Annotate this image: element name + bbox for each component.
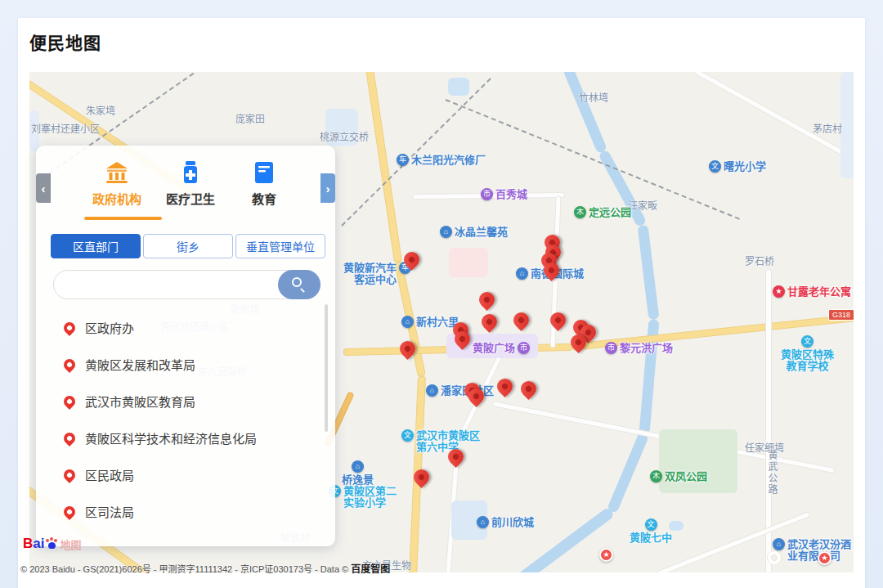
map-pin[interactable] (478, 311, 500, 333)
poi-text: 黄陂区特殊教育学校 (781, 349, 834, 372)
department-list-item[interactable]: 区民政局 (36, 456, 335, 493)
department-list-item[interactable]: 区政府办 (36, 309, 335, 346)
department-list-item[interactable]: 黄陂区发展和改革局 (36, 346, 335, 383)
poi-text: 黄陂区第二实验小学 (343, 486, 397, 509)
subtab-row: 区直部门 街乡 垂直管理单位 (51, 234, 325, 258)
map-pin[interactable] (476, 289, 498, 311)
baidu-maps-logo: B ai 地图 (23, 536, 81, 552)
map-poi-label[interactable]: 木定远公园 (574, 206, 631, 218)
poi-icon: 文 (645, 518, 657, 531)
poi-text: 百秀城 (495, 189, 527, 200)
map-poi-label[interactable]: 文黄陂区第二实验小学 (329, 485, 397, 509)
map-poi-label[interactable]: 文武汉市黄陂区第六中学 (401, 429, 480, 453)
map-place-label: 刘寨村还建小区 (31, 121, 100, 135)
map-area-zone (448, 78, 469, 96)
map-poi-label[interactable]: 木双凤公园 (650, 470, 707, 483)
category-tabs: 政府机构 医疗卫生 (83, 160, 298, 207)
category-next-button[interactable]: › (320, 173, 335, 203)
map-area-zone (840, 72, 854, 178)
search-bar (53, 270, 320, 299)
map-pin[interactable] (494, 375, 516, 397)
tab-education-label: 教育 (231, 190, 298, 207)
tab-medical[interactable]: 医疗卫生 (157, 160, 224, 207)
map-poi-label[interactable]: 市百秀城 (481, 188, 527, 200)
map-poi-label[interactable]: ⌂武汉老汉汾酒业有限公司 (773, 538, 851, 562)
poi-text: 黄陂新汽车客运中心 (343, 263, 397, 285)
poi-text: 黄陂七中 (630, 532, 672, 544)
map-road-minor (694, 72, 854, 161)
chevron-right-icon: › (326, 182, 330, 195)
tab-government[interactable]: 政府机构 (83, 160, 150, 207)
map-river (607, 431, 649, 513)
map-poi-label[interactable]: 车木兰阳光汽修厂 (397, 154, 486, 166)
department-list: 区政府办黄陂区发展和改革局武汉市黄陂区教育局黄陂区科学技术和经济信息化局区民政局… (36, 309, 335, 545)
category-prev-button[interactable]: ‹ (36, 173, 51, 203)
list-scrollbar[interactable] (325, 304, 328, 432)
map-poi-label[interactable]: 文黄陂七中 (630, 518, 672, 544)
map-poi-label[interactable]: 文黄陂区特殊教育学校 (781, 335, 834, 372)
department-name: 黄陂区发展和改革局 (85, 356, 195, 373)
government-bank-icon (83, 160, 150, 185)
tab-education[interactable]: 教育 (231, 160, 298, 207)
map-place-label: 茅店村 (813, 121, 842, 135)
poi-text: 黄陂广场 (473, 343, 515, 354)
department-name: 区司法局 (85, 503, 134, 520)
department-name: 区民政局 (85, 466, 134, 483)
subtab-vertical-units[interactable]: 垂直管理单位 (235, 234, 325, 258)
tab-government-label: 政府机构 (83, 190, 150, 207)
map-poi-label[interactable]: ★甘露老年公寓 (773, 285, 851, 298)
map-star-marker[interactable]: ★ (599, 548, 613, 562)
poi-icon: 文 (709, 160, 721, 173)
poi-text: 桥逸景 (342, 474, 374, 486)
map-river (563, 72, 607, 153)
poi-icon: ⌂ (516, 267, 528, 280)
map-poi-label[interactable]: 车黄陂新汽车客运中心 (339, 262, 411, 285)
map-poi-label[interactable]: ⌂冰晶兰馨苑 (440, 226, 508, 238)
poi-icon: 市 (481, 188, 493, 200)
chevron-left-icon: ‹ (42, 182, 46, 195)
department-list-item[interactable]: 黄陂区科学技术和经济信息化局 (36, 420, 335, 456)
map-star-marker[interactable]: ★ (818, 551, 831, 565)
poi-icon: ⌂ (773, 538, 785, 550)
subtab-district-departments[interactable]: 区直部门 (51, 234, 141, 258)
map-copyright: © 2023 Baidu - GS(2021)6026号 - 甲测资字11111… (20, 561, 390, 575)
map-poi-label[interactable]: 文曙光小学 (709, 160, 766, 173)
map-pin[interactable] (518, 378, 540, 400)
subtab-streets[interactable]: 街乡 (143, 234, 233, 258)
poi-icon: 木 (650, 470, 662, 483)
poi-text: 定远公园 (589, 207, 631, 218)
page-title: 便民地图 (29, 29, 101, 54)
baidu-paw-icon (46, 539, 58, 550)
location-pin-icon (61, 393, 78, 410)
map-place-label: 黄武公路 (765, 450, 779, 496)
poi-category-panel: 政府机构 医疗卫生 (36, 146, 335, 546)
poi-icon: 市 (518, 342, 530, 354)
poi-icon: ⌂ (401, 316, 414, 328)
map-area-zone (659, 429, 737, 493)
poi-text: 黎元洪广场 (620, 343, 673, 354)
location-pin-icon (61, 467, 78, 483)
copyright-text: © 2023 Baidu - GS(2021)6026号 - 甲测资字11111… (20, 564, 351, 574)
poi-text: 木兰阳光汽修厂 (411, 155, 486, 166)
search-button[interactable] (278, 270, 320, 299)
map-road-major (365, 72, 402, 263)
map-poi-label[interactable]: ⌂新村六里 (401, 316, 459, 328)
department-name: 黄陂区科学技术和经济信息化局 (85, 429, 257, 447)
department-list-item[interactable]: 区司法局 (36, 493, 335, 530)
map-poi-label[interactable]: ⌂桥逸景 (342, 460, 374, 486)
search-icon (292, 277, 302, 287)
department-name: 区政府办 (85, 319, 134, 336)
poi-icon: 文 (801, 335, 814, 348)
location-pin-icon (61, 430, 78, 447)
copyright-brand: 百度智图 (351, 563, 390, 575)
map-pin[interactable] (547, 309, 569, 331)
map-poi-label[interactable]: 市黄陂广场 (458, 342, 530, 354)
map-poi-label[interactable]: ⌂前川欣城 (477, 516, 534, 528)
active-tab-underline (84, 217, 162, 220)
map-place-label: 汪家畈 (628, 198, 657, 212)
map-pin[interactable] (510, 309, 532, 331)
map-poi-label[interactable]: 市黎元洪广场 (605, 342, 673, 354)
poi-icon: ★ (773, 285, 785, 298)
department-list-item[interactable]: 武汉市黄陂区教育局 (36, 383, 335, 420)
department-name: 武汉市黄陂区教育局 (85, 393, 195, 410)
